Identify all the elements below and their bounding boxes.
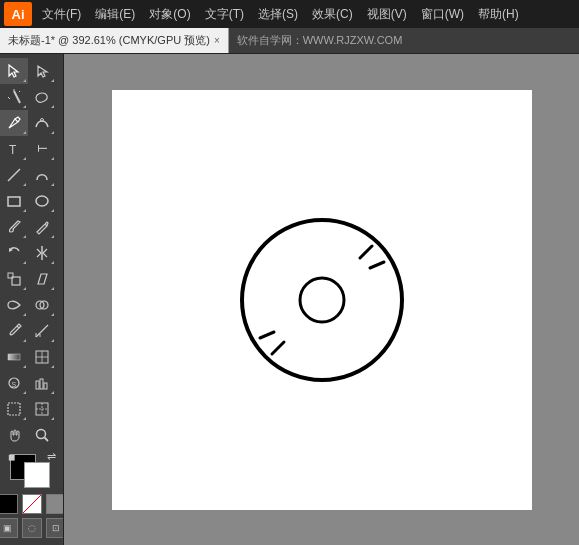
- type-tool[interactable]: T: [0, 136, 28, 162]
- svg-point-32: [37, 430, 46, 439]
- svg-rect-27: [44, 383, 47, 389]
- gradient-tool[interactable]: [0, 344, 28, 370]
- curvature-tool[interactable]: [28, 110, 56, 136]
- svg-line-3: [19, 91, 20, 92]
- svg-line-39: [260, 332, 274, 338]
- menu-text[interactable]: 文字(T): [199, 4, 250, 25]
- tool-row-15: [0, 422, 63, 448]
- svg-line-7: [8, 169, 20, 181]
- app-logo: Ai: [4, 2, 32, 26]
- menu-select[interactable]: 选择(S): [252, 4, 304, 25]
- canvas-area: [64, 54, 579, 545]
- tool-row-10: [0, 292, 63, 318]
- tab-label: 未标题-1* @ 392.61% (CMYK/GPU 预览): [8, 33, 210, 48]
- tool-row-3: [0, 110, 63, 136]
- bottom-icons-row: ▣ ◌ ⊡: [0, 516, 64, 540]
- tool-row-5: [0, 162, 63, 188]
- symbol-tool[interactable]: S: [0, 370, 28, 396]
- vertical-type-tool[interactable]: T: [28, 136, 56, 162]
- svg-point-35: [300, 278, 344, 322]
- svg-rect-25: [36, 381, 39, 389]
- svg-rect-28: [8, 403, 20, 415]
- tool-row-11: [0, 318, 63, 344]
- svg-line-38: [272, 342, 284, 354]
- tool-row-1: [0, 58, 63, 84]
- mesh-tool[interactable]: [28, 344, 56, 370]
- left-toolbar: T T: [0, 54, 64, 545]
- extra-swatches-row: [0, 492, 64, 516]
- color-mode[interactable]: [46, 494, 65, 514]
- menu-view[interactable]: 视图(V): [361, 4, 413, 25]
- menu-edit[interactable]: 编辑(E): [89, 4, 141, 25]
- column-graph-tool[interactable]: [28, 370, 56, 396]
- svg-line-16: [36, 325, 48, 337]
- lasso-tool[interactable]: [28, 84, 56, 110]
- change-screen-mode-icon[interactable]: ▣: [0, 518, 18, 538]
- svg-text:S: S: [12, 381, 17, 388]
- measure-tool[interactable]: [28, 318, 56, 344]
- svg-line-33: [45, 438, 49, 442]
- shear-tool[interactable]: [28, 266, 56, 292]
- tab-bar: 未标题-1* @ 392.61% (CMYK/GPU 预览) × 软件自学网：W…: [0, 28, 579, 54]
- artboard: [112, 90, 532, 510]
- svg-line-36: [360, 246, 372, 258]
- reset-colors-icon[interactable]: ◼: [8, 452, 56, 488]
- svg-rect-8: [8, 197, 20, 206]
- menu-help[interactable]: 帮助(H): [472, 4, 525, 25]
- tool-row-12: [0, 344, 63, 370]
- svg-text:T: T: [36, 144, 50, 152]
- tool-row-14: [0, 396, 63, 422]
- menu-file[interactable]: 文件(F): [36, 4, 87, 25]
- warp-tool[interactable]: [0, 292, 28, 318]
- none-color[interactable]: [0, 494, 18, 514]
- tool-row-4: T T: [0, 136, 63, 162]
- shape-builder-tool[interactable]: [28, 292, 56, 318]
- main-layout: T T: [0, 54, 579, 545]
- pen-tool[interactable]: [0, 110, 28, 136]
- menu-window[interactable]: 窗口(W): [415, 4, 470, 25]
- pencil-tool[interactable]: [28, 214, 56, 240]
- cd-illustration: [222, 200, 422, 400]
- svg-line-37: [370, 262, 384, 268]
- menu-object[interactable]: 对象(O): [143, 4, 196, 25]
- svg-point-9: [36, 196, 48, 206]
- svg-point-4: [41, 119, 44, 122]
- svg-rect-26: [40, 379, 43, 389]
- scale-tool[interactable]: [0, 266, 28, 292]
- menu-bar: 文件(F) 编辑(E) 对象(O) 文字(T) 选择(S) 效果(C) 视图(V…: [36, 0, 525, 28]
- ellipse-tool[interactable]: [28, 188, 56, 214]
- eyedropper-tool[interactable]: [0, 318, 28, 344]
- title-bar: Ai 文件(F) 编辑(E) 对象(O) 文字(T) 选择(S) 效果(C) 视…: [0, 0, 579, 28]
- watermark: 软件自学网：WWW.RJZXW.COM: [237, 33, 403, 48]
- hand-tool[interactable]: [0, 422, 28, 448]
- document-tab[interactable]: 未标题-1* @ 392.61% (CMYK/GPU 预览) ×: [0, 28, 229, 53]
- stroke-color-icon[interactable]: ⊡: [46, 518, 65, 538]
- magic-wand-tool[interactable]: [0, 84, 28, 110]
- direct-select-tool[interactable]: [28, 58, 56, 84]
- zoom-tool[interactable]: [28, 422, 56, 448]
- svg-point-34: [242, 220, 402, 380]
- tool-row-8: [0, 240, 63, 266]
- paintbrush-tool[interactable]: [0, 214, 28, 240]
- arc-tool[interactable]: [28, 162, 56, 188]
- tool-row-6: [0, 188, 63, 214]
- artboard-tool[interactable]: [0, 396, 28, 422]
- color-swatches: ⇌ ◼: [8, 452, 56, 488]
- svg-line-0: [14, 91, 20, 103]
- svg-text:T: T: [9, 143, 17, 157]
- tool-row-7: [0, 214, 63, 240]
- line-tool[interactable]: [0, 162, 28, 188]
- rectangle-tool[interactable]: [0, 188, 28, 214]
- select-tool[interactable]: [0, 58, 28, 84]
- rotate-tool[interactable]: [0, 240, 28, 266]
- svg-line-1: [8, 97, 10, 99]
- none-stroke[interactable]: [22, 494, 42, 514]
- fill-color-icon[interactable]: ◌: [22, 518, 42, 538]
- tab-close-button[interactable]: ×: [214, 35, 220, 46]
- tool-row-2: [0, 84, 63, 110]
- reflect-tool[interactable]: [28, 240, 56, 266]
- tool-row-9: [0, 266, 63, 292]
- svg-rect-19: [8, 354, 20, 360]
- slice-tool[interactable]: [28, 396, 56, 422]
- menu-effect[interactable]: 效果(C): [306, 4, 359, 25]
